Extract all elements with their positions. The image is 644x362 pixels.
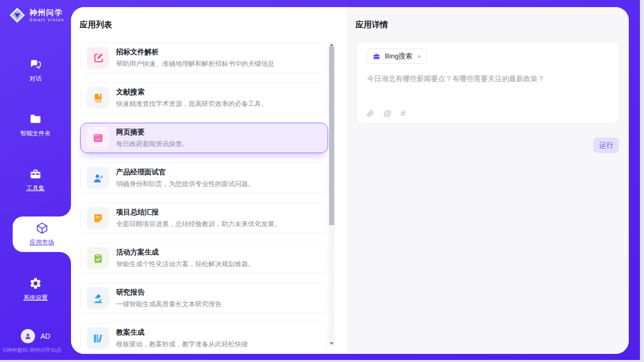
brand-subtitle: Smart Vision — [29, 17, 64, 22]
app-card-desc: 智能生成个性化活动方案，轻松解决规划难题。 — [116, 260, 255, 269]
brand-title: 神州问学 — [29, 8, 64, 17]
book-icon — [92, 92, 104, 104]
app-detail-title: 应用详情 — [355, 20, 388, 30]
app-card-texts: 网页摘要每日政府新闻资讯快查。 — [116, 128, 189, 149]
app-card-texts: 教案生成模板驱动，教案秒成，教学准备从此轻松快捷 — [116, 328, 248, 349]
main-panel: 应用列表 招标文件解析帮助用户快速、准确地理解和解析招标书中的关键信息文献搜索快… — [71, 7, 629, 354]
app-card[interactable]: 研究报告一键智能生成高质量长文本研究报告 — [80, 283, 328, 313]
app-card-texts: 招标文件解析帮助用户快速、准确地理解和解析招标书中的关键信息 — [116, 48, 274, 68]
app-card-list: 招标文件解析帮助用户快速、准确地理解和解析招标书中的关键信息文献搜索快速精准查找… — [80, 43, 328, 354]
app-card[interactable]: </>网页摘要每日政府新闻资讯快查。 — [80, 123, 328, 153]
user-name: AD — [41, 332, 50, 340]
briefcase-icon — [372, 52, 381, 61]
app-card[interactable]: 活动方案生成智能生成个性化活动方案，轻松解决规划难题。 — [80, 243, 328, 273]
tool-tag-close-icon[interactable]: × — [416, 53, 421, 60]
sidebar-item-chat[interactable]: 对话 — [0, 52, 71, 89]
prompt-toolbar: @ # — [367, 109, 405, 118]
app-list-title: 应用列表 — [80, 20, 112, 30]
app-card-icon-box — [87, 47, 109, 69]
sidebar: 神州问学 Smart Vision 对话智能文件夹工具集应用市场系统设置 AD … — [0, 0, 71, 360]
avatar[interactable] — [21, 329, 35, 343]
hash-icon[interactable]: # — [401, 109, 405, 118]
app-card-desc: 快速精准查找学术资源，提高研究效率的必备工具。 — [116, 99, 268, 108]
app-card[interactable]: 招标文件解析帮助用户快速、准确地理解和解析招标书中的关键信息 — [80, 43, 328, 73]
sidebar-item-settings[interactable]: 系统设置 — [0, 271, 71, 308]
app-card[interactable]: 文献搜索快速精准查找学术资源，提高研究效率的必备工具。 — [80, 83, 328, 113]
brand-text: 神州问学 Smart Vision — [29, 8, 64, 22]
folder-icon — [29, 113, 42, 126]
app-card-title: 产品经理面试官 — [116, 168, 255, 177]
app-card-title: 研究报告 — [116, 288, 222, 297]
brand: 神州问学 Smart Vision — [9, 7, 64, 24]
edit-icon — [92, 52, 104, 64]
chat-icon — [29, 58, 42, 71]
research-icon — [92, 293, 104, 304]
clipboard-icon — [92, 252, 104, 264]
run-button[interactable]: 运行 — [593, 137, 619, 153]
app-card-desc: 模板驱动，教案秒成，教学准备从此轻松快捷 — [116, 340, 248, 349]
note-icon — [92, 212, 104, 224]
app-card-desc: 明确身份和职责，为您提供专业性的面试问题。 — [116, 179, 255, 189]
tool-tag-label: Bing搜索 — [385, 52, 412, 61]
sidebar-item-toolset[interactable]: 工具集 — [0, 162, 71, 198]
app-card-texts: 研究报告一键智能生成高质量长文本研究报告 — [116, 288, 222, 309]
sidebar-item-folders[interactable]: 智能文件夹 — [0, 107, 71, 143]
app-card-title: 招标文件解析 — [116, 48, 274, 57]
user-row[interactable]: AD — [0, 329, 71, 344]
user-icon — [24, 332, 32, 340]
app-card-title: 网页摘要 — [116, 128, 189, 137]
app-card[interactable]: 项目总结汇报全面回顾项目进展，总结经验教训，助力未来优化发展。 — [80, 203, 328, 233]
brand-logo-icon — [9, 7, 26, 24]
app-card-texts: 产品经理面试官明确身份和职责，为您提供专业性的面试问题。 — [116, 168, 255, 189]
app-card-title: 文献搜索 — [116, 88, 268, 97]
toolbox-icon — [29, 167, 42, 180]
app-card-icon-box: </> — [87, 127, 109, 149]
sidebar-item-label: 应用市场 — [30, 238, 54, 247]
app-card-icon-box — [87, 247, 109, 269]
app-card-icon-box — [87, 87, 109, 109]
app-card-icon-box — [87, 287, 109, 309]
app-card-icon-box — [87, 327, 109, 349]
browser-icon: </> — [92, 132, 104, 144]
scrollbar-thumb[interactable] — [329, 47, 334, 225]
mention-icon[interactable]: @ — [383, 109, 391, 118]
sidebar-item-label: 工具集 — [26, 184, 45, 193]
cube-icon — [35, 222, 49, 235]
interviewer-icon — [92, 172, 104, 184]
attachment-icon[interactable] — [367, 109, 374, 118]
app-detail-pane: 应用详情 Bing搜索 × 今日湖北有哪些新闻要点？有哪些需要关注的最新政策？ … — [347, 7, 629, 354]
app-card-title: 教案生成 — [116, 328, 248, 337]
briefcase-icon — [372, 52, 381, 61]
sidebar-item-label: 对话 — [29, 75, 42, 83]
app-list-pane: 应用列表 招标文件解析帮助用户快速、准确地理解和解析招标书中的关键信息文献搜索快… — [71, 7, 347, 354]
scroll-down-arrow-icon[interactable] — [329, 340, 335, 346]
sidebar-footer: ©神州数码·神州问学出品 — [3, 347, 70, 354]
tool-tag-bing-search[interactable]: Bing搜索 × — [367, 49, 427, 64]
app-card-desc: 每日政府新闻资讯快查。 — [116, 139, 189, 149]
attachment-icon — [367, 109, 374, 118]
app-card[interactable]: 产品经理面试官明确身份和职责，为您提供专业性的面试问题。 — [80, 163, 328, 193]
books-icon — [92, 333, 104, 344]
gear-icon — [29, 277, 42, 290]
sidebar-item-market[interactable]: 应用市场 — [13, 216, 71, 252]
scrollbar[interactable] — [329, 42, 335, 346]
app-card-desc: 帮助用户快速、准确地理解和解析招标书中的关键信息 — [116, 59, 274, 68]
app-frame: 神州问学 Smart Vision 对话智能文件夹工具集应用市场系统设置 AD … — [0, 0, 644, 362]
app-card-title: 活动方案生成 — [116, 248, 255, 257]
app-card-title: 项目总结汇报 — [116, 208, 281, 217]
sidebar-item-label: 系统设置 — [23, 294, 48, 302]
prompt-card: Bing搜索 × 今日湖北有哪些新闻要点？有哪些需要关注的最新政策？ @ # — [356, 42, 620, 124]
app-card-icon-box — [87, 207, 109, 229]
app-card-desc: 全面回顾项目进展，总结经验教训，助力未来优化发展。 — [116, 220, 281, 229]
app-card-texts: 项目总结汇报全面回顾项目进展，总结经验教训，助力未来优化发展。 — [116, 208, 281, 229]
app-card[interactable]: 教案生成模板驱动，教案秒成，教学准备从此轻松快捷 — [80, 323, 328, 353]
svg-text:</>: </> — [95, 137, 100, 141]
app-card-texts: 活动方案生成智能生成个性化活动方案，轻松解决规划难题。 — [116, 248, 255, 269]
sidebar-item-label: 智能文件夹 — [20, 129, 51, 138]
prompt-text[interactable]: 今日湖北有哪些新闻要点？有哪些需要关注的最新政策？ — [367, 74, 605, 84]
app-card-texts: 文献搜索快速精准查找学术资源，提高研究效率的必备工具。 — [116, 88, 268, 108]
app-card-desc: 一键智能生成高质量长文本研究报告 — [116, 300, 222, 309]
app-card-icon-box — [87, 167, 109, 189]
